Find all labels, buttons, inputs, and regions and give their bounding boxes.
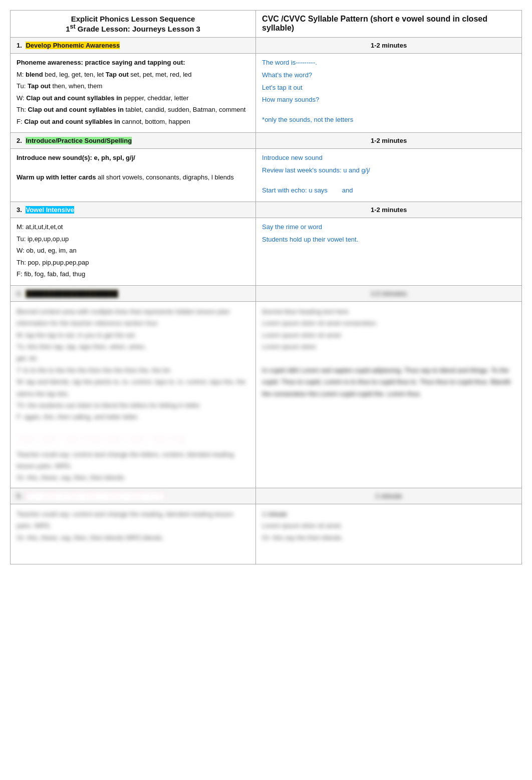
section5-left-content: Teacher could say: control and change th… (11, 504, 256, 564)
section2-left-line2: Warm up with letter cards all short vowe… (17, 172, 249, 182)
section1-right-line4: How many sounds? (262, 95, 515, 105)
section2-left-line1: Introduce new sound(s): e, ph, spl, g/j/ (17, 154, 135, 161)
right-title: CVC /CVVC Syllable Pattern (short e vowe… (262, 15, 487, 32)
section4-left-content: Blurred content area with multiple lines… (11, 301, 256, 488)
section5-title: ██████████████████████████████ (26, 492, 164, 500)
section1-time: 1-2 minutes (371, 42, 407, 49)
section2-left-content: Introduce new sound(s): e, ph, spl, g/j/… (11, 149, 256, 202)
section4-title: ████████████████████ (26, 290, 118, 297)
section2-right-line1: Introduce new sound (262, 153, 515, 163)
section4-left-header: 4. ████████████████████ (11, 285, 256, 301)
section3-m: M: at,it,ut,it,et,ot (17, 222, 249, 232)
section5-number: 5. (17, 492, 22, 500)
section1-th: Th: Clap out and count syllables in tabl… (17, 105, 249, 115)
section1-w: W: Clap out and count syllables in peppe… (17, 93, 249, 103)
section1-m: M: blend bed, leg, get, ten, let Tap out… (17, 70, 249, 80)
left-title-line1: Explicit Phonics Lesson Sequence (71, 15, 195, 23)
section3-left-content: M: at,it,ut,it,et,ot Tu: ip,ep,up,op,up … (11, 218, 256, 286)
section3-th: Th: pop, pip,pup,pep,pap (17, 258, 249, 268)
section1-number: 1. (17, 42, 22, 49)
section2-title: Introduce/Practice Sound/Spelling (26, 137, 132, 144)
section1-right-note: *only the sounds, not the letters (262, 115, 515, 125)
section1-right-content: The word is---------. What's the word? L… (256, 54, 522, 133)
section1-f: F: Clap out and count syllables in canno… (17, 117, 249, 127)
section5-left-text: Teacher could say: control and change th… (17, 508, 249, 543)
section5-left-header: 5. ██████████████████████████████ (11, 488, 256, 504)
section4-right-header: 1-2 minutes (256, 285, 522, 301)
section2-time: 1-2 minutes (371, 137, 407, 144)
left-title-line2: 1st Grade Lesson: Journeys Lesson 3 (66, 25, 200, 33)
section3-right-header: 1-2 minutes (256, 202, 522, 218)
section5-right-content: 1 minute Lorem ipsum dolor sit amet. Or:… (256, 504, 522, 564)
section3-time: 1-2 minutes (371, 206, 407, 214)
section5-time: 1 minute (375, 492, 402, 500)
section1-right-header: 1-2 minutes (256, 38, 522, 54)
section1-left-header: 1. Develop Phonemic Awareness (11, 38, 256, 54)
section4-right-content: blurred blue heading text here Lorem ips… (256, 301, 522, 488)
section3-right-content: Say the rime or word Students hold up th… (256, 218, 522, 286)
section1-title: Develop Phonemic Awareness (26, 42, 120, 49)
section3-right-line1: Say the rime or word (262, 222, 515, 233)
section1-right-line1: The word is---------. (262, 58, 515, 68)
section3-number: 3. (17, 206, 22, 214)
section2-right-line3: Start with echo: u says and (262, 185, 515, 196)
section1-left-content: Phoneme awareness: practice saying and t… (11, 54, 256, 133)
section3-tu: Tu: ip,ep,up,op,up (17, 234, 249, 244)
section3-w: W: ob, ud, eg, im, an (17, 246, 249, 256)
section4-time: 1-2 minutes (371, 290, 407, 297)
section2-right-header: 1-2 minutes (256, 133, 522, 149)
section1-intro: Phoneme awareness: practice saying and t… (17, 59, 185, 66)
section1-right-line2: What's the word? (262, 70, 515, 81)
section1-tu: Tu: Tap out then, when, them (17, 81, 249, 91)
section4-number: 4. (17, 290, 22, 297)
left-header: Explicit Phonics Lesson Sequence 1st Gra… (11, 11, 256, 38)
section2-right-content: Introduce new sound Review last week's s… (256, 149, 522, 202)
section5-right-text: 1 minute Lorem ipsum dolor sit amet. Or:… (262, 508, 515, 543)
section2-right-line2: Review last week's sounds: u and g/j/ (262, 165, 515, 176)
section3-title: Vowel Intensive (26, 206, 74, 214)
section3-left-header: 3. Vowel Intensive (11, 202, 256, 218)
right-header: CVC /CVVC Syllable Pattern (short e vowe… (256, 11, 522, 38)
section3-right-line2: Students hold up their vowel tent. (262, 235, 515, 245)
section2-number: 2. (17, 137, 22, 144)
section2-left-header: 2. Introduce/Practice Sound/Spelling (11, 133, 256, 149)
section1-right-line3: Let's tap it out (262, 83, 515, 93)
section3-f: F: fib, fog, fab, fad, thug (17, 269, 249, 279)
section4-left-text: Blurred content area with multiple lines… (17, 306, 249, 484)
section5-right-header: 1 minute (256, 488, 522, 504)
section4-right-text: blurred blue heading text here Lorem ips… (262, 306, 515, 400)
section4-highlight: ████████████████████████████████████ (17, 437, 183, 444)
